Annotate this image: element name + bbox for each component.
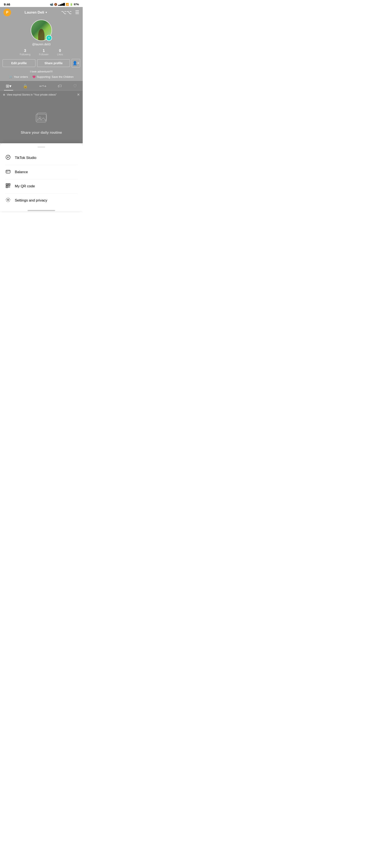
- signal-icon: 🔕: [54, 3, 57, 6]
- add-story-button[interactable]: +: [46, 35, 52, 41]
- status-time: 9:46: [4, 3, 10, 6]
- tab-private[interactable]: 🔒: [21, 83, 30, 89]
- orders-label: Your orders: [14, 75, 28, 79]
- svg-rect-10: [9, 184, 10, 185]
- svg-rect-4: [6, 170, 10, 173]
- tab-reposts[interactable]: ↩↪: [37, 83, 48, 89]
- profile-area: P Lauren Deli ▼ ⌥⌥ ☰ + @lauren.deli3 3 F…: [0, 7, 83, 143]
- story-notice: ⊕ View expired Stories in "Your private …: [0, 91, 83, 99]
- username-dropdown[interactable]: Lauren Deli ▼: [25, 10, 48, 14]
- heart-charity-icon: 💗: [32, 75, 36, 79]
- orders-item[interactable]: 🛒 Your orders: [9, 75, 28, 79]
- profile-center: + @lauren.deli3 3 Following 1 Follower 0…: [0, 18, 83, 81]
- follower-count: 1: [42, 49, 45, 53]
- empty-text: Share your daily routine: [21, 130, 62, 135]
- lock-icon: 🔒: [23, 84, 28, 89]
- balance-label: Balance: [15, 170, 28, 174]
- sheet-item-balance[interactable]: Balance: [0, 165, 83, 179]
- hamburger-menu-icon[interactable]: ☰: [75, 10, 79, 15]
- bottom-sheet: TikTok Studio Balance: [0, 143, 83, 211]
- nav-right: ⌥⌥ ☰: [61, 10, 79, 15]
- wifi-icon: 📶: [66, 3, 69, 6]
- cart-icon: 🛒: [9, 75, 12, 79]
- follower-label: Follower: [39, 53, 49, 56]
- follower-stat[interactable]: 1 Follower: [39, 49, 49, 56]
- likes-count: 0: [59, 49, 61, 53]
- home-indicator: [28, 210, 55, 211]
- empty-content: Share your daily routine: [0, 99, 83, 143]
- bio-text: I love adventure!!!!: [30, 70, 53, 73]
- settings-icon: [5, 197, 11, 204]
- tab-videos[interactable]: ⊞▾: [4, 83, 13, 89]
- status-bar: 9:46 📹 🔕 ▂▄▆█ 📶 🔋 97%: [0, 0, 83, 7]
- sheet-item-tiktok-studio[interactable]: TikTok Studio: [0, 151, 83, 165]
- add-friend-button[interactable]: 👤+: [72, 59, 80, 67]
- creator-tools-icon[interactable]: ⌥⌥: [61, 10, 72, 15]
- tab-bar: ⊞▾ 🔒 ↩↪ 🏷 ♡: [0, 81, 83, 91]
- story-notice-text: View expired Stories in "Your private vi…: [7, 93, 57, 96]
- svg-rect-5: [7, 172, 7, 172]
- following-label: Following: [20, 53, 31, 56]
- tiktok-studio-label: TikTok Studio: [15, 156, 36, 160]
- following-stat[interactable]: 3 Following: [20, 49, 31, 56]
- charity-item[interactable]: 💗 Supporting: Save the Children: [32, 75, 73, 79]
- svg-point-16: [7, 199, 9, 200]
- battery-percent: 97%: [74, 3, 79, 6]
- share-profile-button[interactable]: Share profile: [37, 59, 70, 67]
- edit-profile-button[interactable]: Edit profile: [3, 59, 35, 67]
- likes-label: Likes: [57, 53, 63, 56]
- story-notice-left: ⊕ View expired Stories in "Your private …: [3, 93, 57, 96]
- orders-row: 🛒 Your orders 💗 Supporting: Save the Chi…: [6, 75, 77, 79]
- tab-tagged[interactable]: 🏷: [56, 83, 64, 89]
- sheet-item-settings[interactable]: Settings and privacy: [0, 193, 83, 208]
- status-icons: 📹 🔕 ▂▄▆█ 📶 🔋 97%: [50, 3, 79, 6]
- settings-label: Settings and privacy: [15, 198, 47, 203]
- qr-code-icon: [5, 183, 11, 189]
- svg-rect-11: [7, 186, 7, 187]
- add-person-icon: 👤+: [72, 61, 80, 65]
- sheet-item-qr-code[interactable]: My QR code: [0, 179, 83, 193]
- story-notice-close-icon[interactable]: ✕: [77, 93, 80, 97]
- tab-liked[interactable]: ♡: [71, 83, 79, 89]
- svg-rect-13: [9, 186, 10, 186]
- profile-handle: @lauren.deli3: [32, 42, 51, 46]
- stats-row: 3 Following 1 Follower 0 Likes: [20, 49, 63, 56]
- repost-icon: ↩↪: [39, 84, 47, 89]
- top-nav: P Lauren Deli ▼ ⌥⌥ ☰: [0, 7, 83, 18]
- profile-avatar-wrap[interactable]: +: [31, 20, 52, 41]
- balance-icon: [5, 169, 11, 175]
- svg-rect-0: [36, 114, 46, 122]
- svg-rect-14: [8, 187, 9, 188]
- following-count: 3: [24, 49, 26, 53]
- charity-label: Supporting: Save the Children: [37, 75, 73, 79]
- empty-media-icon: [34, 112, 49, 127]
- svg-rect-15: [9, 187, 10, 188]
- cellular-icon: ▂▄▆█: [58, 3, 65, 6]
- tag-icon: 🏷: [58, 84, 62, 89]
- camera-icon: 📹: [50, 3, 53, 6]
- user-avatar-initial[interactable]: P: [3, 9, 11, 16]
- grid-icon: ⊞▾: [6, 84, 11, 89]
- action-buttons: Edit profile Share profile 👤+: [0, 59, 83, 67]
- sheet-handle: [37, 147, 45, 148]
- username-text: Lauren Deli: [25, 10, 44, 14]
- likes-stat[interactable]: 0 Likes: [57, 49, 63, 56]
- qr-code-label: My QR code: [15, 184, 35, 188]
- battery-icon: 🔋: [70, 3, 73, 6]
- heart-outline-icon: ♡: [73, 84, 77, 89]
- svg-rect-9: [7, 184, 7, 185]
- svg-rect-12: [8, 186, 9, 186]
- tiktok-studio-icon: [5, 155, 11, 161]
- chevron-down-icon: ▼: [45, 11, 48, 14]
- story-upload-icon: ⊕: [3, 93, 5, 96]
